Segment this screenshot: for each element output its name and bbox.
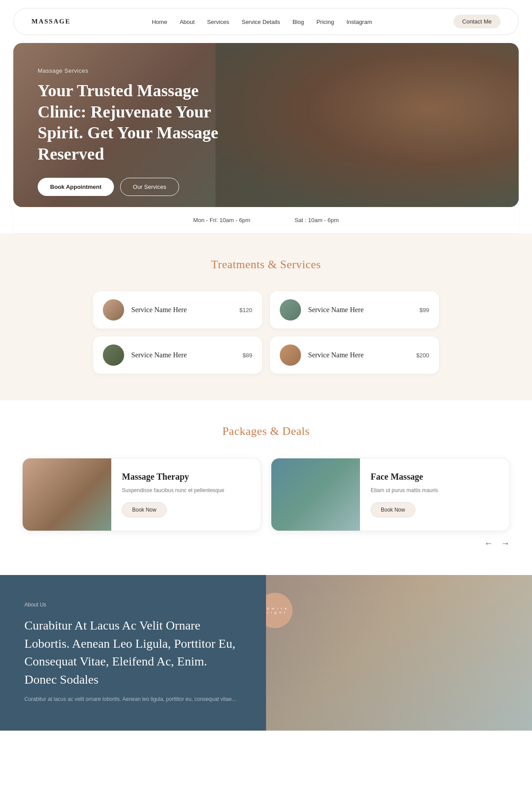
service-name-2: Service Name Here: [308, 306, 412, 314]
packages-grid: Massage Therapy Suspendisse faucibus nun…: [22, 458, 510, 531]
package-content-1: Massage Therapy Suspendisse faucibus nun…: [111, 458, 261, 531]
saturday-hours: Sat : 10am - 6pm: [294, 217, 339, 223]
hero-title: Your Trusted Massage Clinic: Rejuvenate …: [38, 80, 250, 164]
treatments-title: Treatments & Services: [22, 258, 510, 271]
package-card-2: Face Massage Etiam ut purus mattis mauri…: [271, 458, 510, 531]
package-title-1: Massage Therapy: [122, 472, 250, 482]
service-avatar-2: [280, 299, 301, 321]
weekday-hours: Mon - Fri: 10am - 6pm: [193, 217, 250, 223]
service-avatar-4: [280, 344, 301, 366]
book-appointment-button[interactable]: Book Appointment: [38, 178, 114, 196]
nav-about[interactable]: About: [180, 19, 195, 25]
nav-links: Home About Services Service Details Blog…: [152, 18, 372, 26]
hero-section: Massage Services Your Trusted Massage Cl…: [13, 43, 519, 207]
package-title-2: Face Massage: [371, 472, 499, 482]
package-desc-2: Etiam ut purus mattis mauris: [371, 486, 499, 494]
service-price-3: $89: [243, 352, 252, 359]
book-now-button-1[interactable]: Book Now: [122, 502, 167, 517]
service-name-4: Service Name Here: [308, 351, 409, 359]
about-image: a d m i r a l l i g h t: [266, 575, 532, 731]
service-card-1[interactable]: Service Name Here $120: [93, 291, 262, 329]
packages-section: Packages & Deals Massage Therapy Suspend…: [0, 400, 532, 575]
nav-pricing[interactable]: Pricing: [317, 19, 334, 25]
carousel-next-button[interactable]: →: [501, 538, 510, 548]
book-now-button-2[interactable]: Book Now: [371, 502, 415, 517]
nav-logo: MASSAGE: [31, 18, 70, 25]
about-section: About Us Curabitur At Lacus Ac Velit Orn…: [0, 575, 532, 731]
treatments-section: Treatments & Services Service Name Here …: [0, 234, 532, 400]
service-price-1: $120: [239, 307, 252, 313]
package-card-1: Massage Therapy Suspendisse faucibus nun…: [22, 458, 261, 531]
services-grid: Service Name Here $120 Service Name Here…: [93, 291, 439, 374]
carousel-prev-button[interactable]: ←: [484, 538, 493, 548]
service-price-2: $99: [419, 307, 429, 313]
navbar: MASSAGE Home About Services Service Deta…: [13, 8, 519, 35]
about-title: Curabitur At Lacus Ac Velit Ornare Lobor…: [24, 617, 242, 688]
nav-instagram[interactable]: Instagram: [346, 19, 372, 25]
nav-services[interactable]: Services: [207, 19, 229, 25]
nav-home[interactable]: Home: [152, 19, 167, 25]
service-avatar-3: [103, 344, 124, 366]
service-name-1: Service Name Here: [131, 306, 232, 314]
package-content-2: Face Massage Etiam ut purus mattis mauri…: [360, 458, 509, 531]
package-desc-1: Suspendisse faucibus nunc et pellentesqu…: [122, 486, 250, 494]
about-text: Curabitur at lacus ac velit ornare lobor…: [24, 695, 242, 704]
nav-service-details[interactable]: Service Details: [242, 19, 280, 25]
about-label: About Us: [24, 602, 242, 608]
contact-me-button[interactable]: Contact Me: [454, 15, 501, 28]
our-services-button[interactable]: Our Services: [120, 178, 179, 196]
hero-buttons: Book Appointment Our Services: [38, 178, 494, 196]
service-card-2[interactable]: Service Name Here $99: [270, 291, 439, 329]
nav-blog[interactable]: Blog: [293, 19, 304, 25]
package-image-2: [271, 458, 360, 531]
badge-circle: a d m i r a l l i g h t: [266, 593, 293, 628]
hero-content: Massage Services Your Trusted Massage Cl…: [13, 43, 519, 207]
hours-bar: Mon - Fri: 10am - 6pm Sat : 10am - 6pm: [13, 207, 519, 234]
service-avatar-1: [103, 299, 124, 321]
badge-text: a d m i r a l l i g h t: [266, 606, 288, 614]
carousel-navigation: ← →: [22, 531, 510, 562]
service-name-3: Service Name Here: [131, 351, 235, 359]
about-content: About Us Curabitur At Lacus Ac Velit Orn…: [0, 575, 266, 731]
package-image-1: [23, 458, 111, 531]
service-card-4[interactable]: Service Name Here $200: [270, 336, 439, 374]
hero-subtitle: Massage Services: [38, 67, 494, 74]
service-price-4: $200: [416, 352, 429, 359]
service-card-3[interactable]: Service Name Here $89: [93, 336, 262, 374]
packages-title: Packages & Deals: [22, 425, 510, 438]
